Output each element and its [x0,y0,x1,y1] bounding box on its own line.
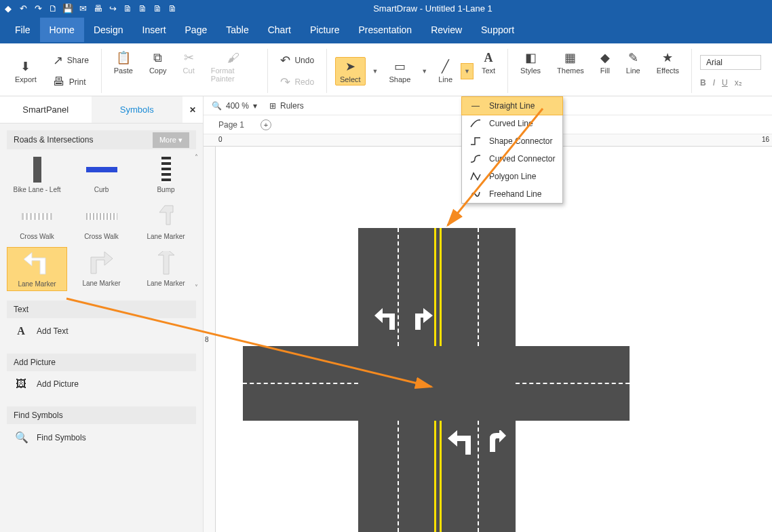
rulers-toggle[interactable]: ⊞Rulers [269,101,304,111]
export-button[interactable]: ⬇Export [11,58,41,85]
add-page-button[interactable]: + [260,119,271,130]
undo-icon[interactable]: ↶ [18,3,28,14]
chevron-down-icon[interactable]: ˅ [195,284,198,291]
shape-tool[interactable]: ▭Shape [385,58,415,85]
quick-access-toolbar: ◆ ↶ ↷ 🗋 💾 ✉ 🖶 ↪ 🗎 🗎 🗎 🗎 [3,3,178,14]
undo-button[interactable]: ↶Undo [276,52,318,69]
redo-icon: ↷ [280,75,290,90]
share-icon: ↗ [53,53,63,68]
line-option-polygon[interactable]: Polygon Line [462,168,562,185]
select-dropdown[interactable]: ▼ [370,68,381,75]
print-button[interactable]: 🖶Print [49,73,90,91]
symbol-lane-marker-4[interactable]: Lane Marker [136,247,196,291]
chevron-up-icon[interactable]: ˄ [195,153,198,161]
symbol-lane-marker-3[interactable]: Lane Marker [71,247,132,291]
section-find: Find Symbols [7,406,196,424]
star-icon: ★ [662,50,673,65]
paste-button[interactable]: 📋Paste [110,49,137,76]
underline-button[interactable]: U [722,78,728,88]
turn-arrow-left-up[interactable] [446,429,474,461]
export-icon[interactable]: ↪ [107,3,118,14]
symbol-crosswalk-1[interactable]: Cross Walk [7,200,67,243]
export-word-icon[interactable]: 🗎 [152,3,163,14]
menu-table[interactable]: Table [216,18,258,42]
text-icon: A [484,50,493,65]
symbol-curb[interactable]: Curb [71,153,132,196]
export-excel-icon[interactable]: 🗎 [167,3,178,14]
zoom-control[interactable]: 🔍400 %▾ [212,101,257,111]
paste-icon: 📋 [116,50,131,65]
ribbon: ⬇Export ↗Share 🖶Print 📋Paste ⧉Copy ✂Cut … [0,43,772,96]
lane-dash [478,228,479,346]
line-option-straight[interactable]: ―Straight Line [461,96,563,115]
grid-scroll[interactable]: ˄˅ [192,153,200,291]
themes-button[interactable]: ▦Themes [553,49,588,76]
line-style-button[interactable]: ✎Line [622,49,644,76]
menu-design[interactable]: Design [84,18,133,42]
line-option-freehand[interactable]: Freehand Line [462,185,562,203]
line-option-shape-connector[interactable]: Shape Connector [462,132,562,150]
shape-dropdown[interactable]: ▼ [419,68,430,75]
more-button[interactable]: More ▾ [153,132,189,148]
page-tab-1[interactable]: Page 1 [212,117,251,132]
format-painter-button[interactable]: 🖌Format Painter [207,49,260,84]
menu-page[interactable]: Page [176,18,217,42]
symbol-bump[interactable]: Bump [136,153,196,196]
turn-arrow-right-up[interactable] [484,430,507,458]
font-select[interactable]: Arial [700,55,761,70]
turn-arrow-right[interactable] [408,307,434,337]
copy-icon: ⧉ [153,50,162,65]
cut-button[interactable]: ✂Cut [179,49,199,76]
line-dropdown[interactable]: ▼ [461,63,474,79]
turn-arrow-left[interactable] [373,307,399,337]
text-tool[interactable]: AText [478,49,499,76]
italic-button[interactable]: I [713,78,715,88]
save-icon[interactable]: 💾 [62,3,73,14]
font-style-row: B I U x₂ [700,78,742,88]
drawing-stage[interactable] [216,147,772,532]
center-line [440,228,442,346]
line-option-curved[interactable]: Curved Line [462,115,562,132]
new-icon[interactable]: 🗋 [47,3,58,14]
menu-file[interactable]: File [5,18,40,42]
menu-picture[interactable]: Picture [301,18,349,42]
center-line [434,228,436,346]
rect-icon: ▭ [394,59,406,74]
styles-button[interactable]: ◧Styles [516,49,545,76]
redo-button[interactable]: ↷Redo [276,73,318,91]
menu-support[interactable]: Support [471,18,524,42]
bold-button[interactable]: B [700,78,706,88]
menu-home[interactable]: Home [40,18,84,42]
find-symbols-button[interactable]: 🔍Find Symbols [7,424,196,451]
mail-icon[interactable]: ✉ [77,3,88,14]
add-picture-button[interactable]: 🖼Add Picture [7,371,196,397]
add-text-button[interactable]: AAdd Text [7,318,196,344]
print-icon[interactable]: 🖶 [92,3,103,14]
copy-button[interactable]: ⧉Copy [145,49,171,76]
curved-line-icon [469,119,482,128]
export-image-icon[interactable]: 🗎 [137,3,148,14]
fill-icon: ◆ [600,50,610,65]
redo-icon[interactable]: ↷ [33,3,43,14]
symbol-crosswalk-2[interactable]: Cross Walk [71,200,132,243]
share-button[interactable]: ↗Share [49,52,93,69]
ruler-vertical: 8 [204,147,216,532]
symbol-bike-lane[interactable]: Bike Lane - Left [7,153,67,196]
line-option-curved-connector[interactable]: Curved Connector [462,150,562,168]
menu-presentation[interactable]: Presentation [349,18,422,42]
effects-button[interactable]: ★Effects [653,49,683,76]
line-tool[interactable]: ╱Line [434,58,457,85]
subscript-button[interactable]: x₂ [735,78,742,88]
panel-close[interactable]: ✕ [182,96,203,123]
app-icon[interactable]: ◆ [3,3,14,14]
tab-symbols[interactable]: Symbols [92,96,183,123]
menu-chart[interactable]: Chart [258,18,301,42]
symbol-lane-marker-2[interactable]: Lane Marker [7,247,67,291]
menu-insert[interactable]: Insert [133,18,176,42]
select-tool[interactable]: ➤Select [335,57,366,86]
tab-smartpanel[interactable]: SmartPanel [0,96,92,123]
export-pdf-icon[interactable]: 🗎 [122,3,133,14]
symbol-lane-marker-1[interactable]: Lane Marker [136,200,196,243]
menu-review[interactable]: Review [421,18,471,42]
fill-button[interactable]: ◆Fill [596,49,614,76]
